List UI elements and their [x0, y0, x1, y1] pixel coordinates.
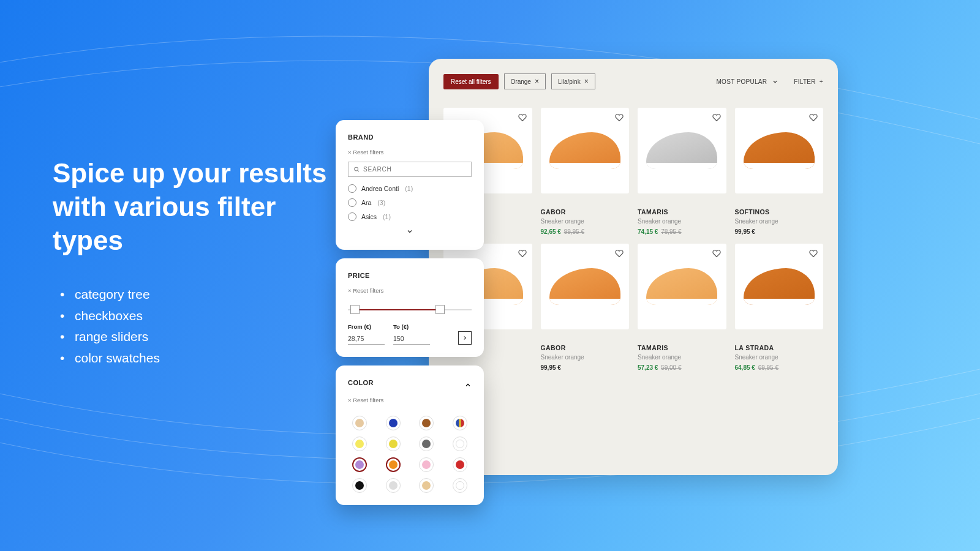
brand-search-input[interactable]: [363, 166, 466, 173]
option-count: (3): [377, 199, 385, 206]
color-swatch[interactable]: [453, 416, 467, 430]
shoe-illustration: [744, 268, 815, 305]
product-image: [541, 108, 630, 193]
heart-icon[interactable]: [518, 249, 527, 258]
brand-filter-panel: BRAND Reset filters Andrea Conti (1)Ara …: [336, 120, 484, 250]
brand-option[interactable]: Ara (3): [348, 198, 472, 207]
price: 99,95 €: [541, 364, 561, 371]
hero-bullet: color swatches: [64, 348, 334, 369]
product-card[interactable]: GABOR Sneaker orange 92,65 € 99,95 €: [541, 108, 630, 235]
filter-button[interactable]: FILTER+: [794, 78, 823, 85]
radio-icon: [348, 198, 356, 207]
product-name: Sneaker orange: [638, 218, 726, 225]
brand-option[interactable]: Asics (1): [348, 212, 472, 221]
sale-price: 64,85 €: [735, 364, 755, 371]
color-swatch[interactable]: [352, 416, 367, 430]
sort-dropdown[interactable]: MOST POPULAR: [716, 78, 778, 85]
option-count: (1): [405, 185, 413, 192]
heart-icon[interactable]: [809, 113, 818, 122]
product-card[interactable]: TAMARIS Sneaker orange 57,23 € 59,00 €: [638, 244, 726, 371]
product-card[interactable]: GABOR Sneaker orange 99,95 €: [541, 244, 630, 371]
store-panel: Reset all filters Orange× Lila/pink× MOS…: [429, 59, 838, 475]
reset-filters-link[interactable]: Reset filters: [348, 287, 383, 294]
heart-icon[interactable]: [712, 249, 721, 258]
price-from-input[interactable]: [348, 333, 385, 345]
price-range-slider[interactable]: [348, 305, 472, 315]
color-swatch[interactable]: [419, 437, 434, 451]
option-label: Asics: [361, 213, 377, 220]
color-swatch[interactable]: [352, 457, 367, 472]
chevron-up-icon[interactable]: [464, 381, 472, 389]
heart-icon[interactable]: [615, 249, 624, 258]
filter-chip-lilapink[interactable]: Lila/pink×: [551, 73, 595, 89]
filter-panels: BRAND Reset filters Andrea Conti (1)Ara …: [336, 120, 484, 505]
hero: Spice up your results with various filte…: [53, 156, 334, 369]
product-card[interactable]: LA STRADA Sneaker orange 64,85 € 69,95 €: [735, 244, 824, 371]
shoe-illustration: [744, 132, 815, 169]
heart-icon[interactable]: [809, 249, 818, 258]
brand-option[interactable]: Andrea Conti (1): [348, 184, 472, 193]
color-swatch[interactable]: [352, 478, 367, 493]
search-icon: [353, 166, 360, 173]
color-swatch[interactable]: [419, 416, 434, 430]
panel-title: PRICE: [348, 272, 472, 279]
panel-title: BRAND: [348, 133, 472, 141]
product-name: Sneaker orange: [638, 354, 726, 361]
expand-brands-button[interactable]: [348, 227, 472, 238]
product-name: Sneaker orange: [735, 218, 824, 225]
filter-label: FILTER: [794, 78, 816, 85]
shoe-illustration: [549, 132, 620, 169]
product-name: Sneaker orange: [541, 218, 630, 225]
radio-icon: [348, 184, 356, 193]
filter-chip-orange[interactable]: Orange×: [504, 73, 546, 89]
color-swatch[interactable]: [453, 437, 467, 451]
option-count: (1): [383, 213, 391, 220]
product-name: Sneaker orange: [735, 354, 824, 361]
color-swatch[interactable]: [386, 437, 401, 451]
from-label: From (€): [348, 323, 385, 330]
option-label: Andrea Conti: [361, 185, 399, 192]
heart-icon[interactable]: [518, 113, 527, 122]
color-swatch[interactable]: [386, 478, 401, 493]
hero-title: Spice up your results with various filte…: [53, 156, 334, 257]
hero-bullet: category tree: [64, 284, 334, 305]
product-name: Sneaker orange: [541, 354, 630, 361]
original-price: 69,95 €: [758, 364, 778, 371]
price-to-input[interactable]: [393, 333, 430, 345]
heart-icon[interactable]: [615, 113, 624, 122]
reset-filters-link[interactable]: Reset filters: [348, 397, 383, 403]
color-swatch[interactable]: [352, 437, 367, 451]
chevron-right-icon: [462, 335, 468, 341]
product-image: [638, 244, 726, 329]
brand-search-box[interactable]: [348, 162, 472, 177]
original-price: 59,00 €: [661, 364, 681, 371]
color-swatch[interactable]: [386, 416, 401, 430]
color-swatch[interactable]: [419, 478, 434, 493]
color-swatch[interactable]: [386, 457, 401, 472]
reset-all-filters-button[interactable]: Reset all filters: [443, 74, 499, 89]
color-swatch[interactable]: [453, 457, 467, 472]
color-filter-panel: COLOR Reset filters: [336, 365, 484, 505]
product-card[interactable]: SOFTINOS Sneaker orange 99,95 €: [735, 108, 824, 235]
product-image: [735, 108, 824, 193]
svg-point-0: [355, 167, 358, 171]
sale-price: 92,65 €: [541, 228, 561, 235]
hero-bullet: range sliders: [64, 326, 334, 348]
shoe-illustration: [646, 132, 717, 169]
price-inputs: From (€) To (€): [348, 323, 472, 345]
svg-line-1: [358, 170, 359, 171]
product-card[interactable]: TAMARIS Sneaker orange 74,15 € 78,95 €: [638, 108, 726, 235]
heart-icon[interactable]: [712, 113, 721, 122]
panel-title: COLOR: [348, 379, 374, 386]
slider-handle-max[interactable]: [435, 305, 445, 314]
chevron-down-icon: [772, 78, 778, 85]
shoe-illustration: [549, 268, 620, 305]
color-swatch[interactable]: [453, 478, 467, 493]
option-label: Ara: [361, 199, 371, 206]
apply-price-button[interactable]: [458, 331, 472, 345]
color-swatch[interactable]: [419, 457, 434, 472]
reset-filters-link[interactable]: Reset filters: [348, 149, 383, 156]
product-brand: TAMARIS: [638, 208, 726, 216]
hero-bullet: checkboxes: [64, 305, 334, 327]
slider-handle-min[interactable]: [350, 305, 360, 314]
